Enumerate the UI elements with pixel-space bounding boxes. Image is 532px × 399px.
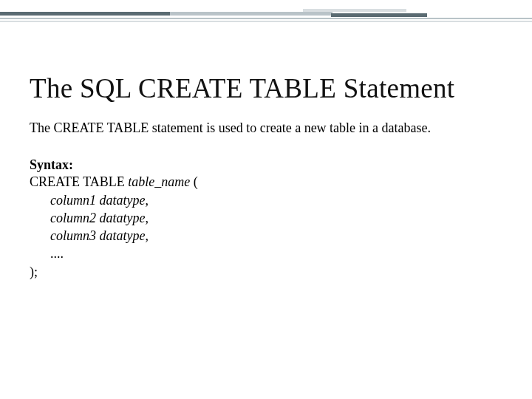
- content-area: The SQL CREATE TABLE Statement The CREAT…: [30, 72, 502, 281]
- code-line-2: column1 datatype,: [30, 193, 149, 208]
- syntax-label: Syntax:: [30, 157, 502, 173]
- description-text: The CREATE TABLE statement is used to cr…: [30, 119, 443, 137]
- code-line-6: );: [30, 265, 38, 279]
- syntax-code-block: CREATE TABLE table_name ( column1 dataty…: [30, 173, 502, 281]
- code-line-3: column2 datatype,: [30, 211, 149, 225]
- code-line-1: CREATE TABLE table_name (: [30, 174, 198, 189]
- top-decor: [0, 0, 532, 30]
- slide: The SQL CREATE TABLE Statement The CREAT…: [0, 0, 532, 399]
- code-line-5: ....: [30, 246, 64, 261]
- code-line-4: column3 datatype,: [30, 228, 149, 243]
- page-title: The SQL CREATE TABLE Statement: [30, 72, 502, 104]
